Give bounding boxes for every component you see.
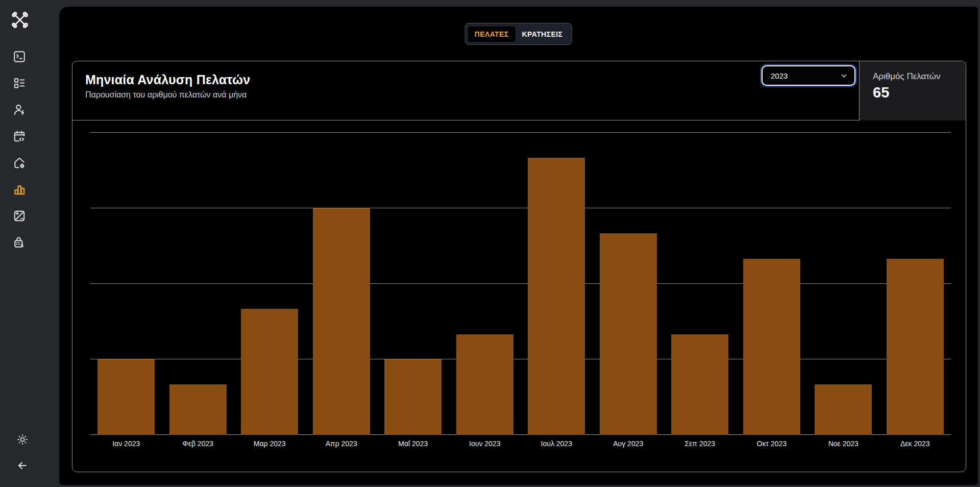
bar-slot: [879, 133, 951, 435]
terminal-icon: [13, 50, 26, 63]
bar-Μαρ 2023[interactable]: [241, 309, 298, 435]
stat-label: Αριθμός Πελατών: [873, 71, 961, 82]
tab-pelates[interactable]: ΠΕΛΑΤΕΣ: [468, 27, 516, 42]
x-tick-label: Ιαν 2023: [90, 440, 162, 448]
x-axis-labels: Ιαν 2023Φεβ 2023Μαρ 2023Απρ 2023Μαΐ 2023…: [90, 440, 951, 448]
bar-slot: [306, 133, 378, 435]
tab-kratiseis[interactable]: ΚΡΑΤΗΣΕΙΣ: [516, 27, 570, 42]
bar-Φεβ 2023[interactable]: [169, 384, 227, 435]
bar-Ιουλ 2023[interactable]: [528, 158, 585, 435]
bar-slot: [736, 133, 808, 435]
sidebar-item-calendar-code[interactable]: [8, 130, 31, 143]
sidebar-item-plus-minus-square[interactable]: [8, 209, 31, 223]
app-root: $ ΠΕΛΑΤΕΣ ΚΡΑΤΗΣΕΙΣ Μηνιαία Ανάλυση Πε: [0, 0, 980, 487]
sidebar-item-house-cog[interactable]: [8, 156, 31, 169]
x-tick-label: Μαΐ 2023: [377, 440, 449, 448]
sidebar-item-billing[interactable]: $: [8, 236, 31, 249]
bar-slot: [807, 133, 879, 435]
sidebar-item-user-zap[interactable]: [8, 103, 31, 116]
user-zap-icon: [13, 103, 26, 116]
bar-slot: [90, 133, 162, 435]
bar-Οκτ 2023[interactable]: [743, 259, 800, 435]
bar-Μαΐ 2023[interactable]: [384, 359, 442, 435]
bar-chart-plot: [90, 133, 951, 435]
x-tick-label: Σεπ 2023: [664, 440, 736, 448]
sun-icon: [16, 433, 29, 446]
x-tick-label: Μαρ 2023: [234, 440, 306, 448]
bar-Σεπ 2023[interactable]: [671, 334, 728, 435]
monthly-analysis-card: Μηνιαία Ανάλυση Πελατών Παρουσίαση του α…: [72, 61, 966, 472]
bar-slot: [593, 133, 665, 435]
svg-text:$: $: [21, 243, 23, 248]
card-subtitle: Παρουσίαση του αριθμού πελατών ανά μήνα: [85, 90, 250, 100]
x-tick-label: Απρ 2023: [306, 440, 378, 448]
sidebar-item-layout-list[interactable]: [8, 77, 31, 90]
x-tick-label: Ιουλ 2023: [521, 440, 593, 448]
chart-column-icon: [13, 183, 26, 196]
arrow-left-icon: [16, 459, 29, 472]
year-select-value: 2023: [771, 71, 788, 80]
bar-Νοε 2023[interactable]: [815, 384, 872, 435]
sidebar: $: [0, 0, 59, 487]
bar-slot: [377, 133, 449, 435]
bar-slot: [664, 133, 736, 435]
plus-minus-square-icon: [13, 209, 26, 223]
bar-slot: [521, 133, 593, 435]
card-title: Μηνιαία Ανάλυση Πελατών: [85, 72, 250, 87]
house-cog-icon: [13, 156, 26, 169]
sidebar-item-terminal[interactable]: [8, 50, 31, 63]
x-tick-label: Οκτ 2023: [736, 440, 808, 448]
x-tick-label: Δεκ 2023: [879, 440, 951, 448]
view-tabs: ΠΕΛΑΤΕΣ ΚΡΑΤΗΣΕΙΣ: [465, 23, 572, 45]
bar-slot: [234, 133, 306, 435]
layout-list-icon: [13, 77, 26, 90]
bar-Απρ 2023[interactable]: [313, 208, 370, 435]
bar-slot: [449, 133, 521, 435]
year-select[interactable]: 2023: [762, 65, 855, 86]
bar-slot: [162, 133, 234, 435]
chevron-down-icon: [840, 71, 848, 80]
bars-layer: [90, 133, 951, 435]
bar-Ιαν 2023[interactable]: [97, 359, 155, 435]
x-tick-label: Αυγ 2023: [593, 440, 665, 448]
theme-toggle-button[interactable]: [9, 432, 36, 447]
collapse-sidebar-button[interactable]: [9, 458, 36, 473]
bar-Αυγ 2023[interactable]: [600, 233, 657, 435]
card-titles: Μηνιαία Ανάλυση Πελατών Παρουσίαση του α…: [85, 72, 250, 100]
card-header: Μηνιαία Ανάλυση Πελατών Παρουσίαση του α…: [72, 61, 966, 120]
x-tick-label: Φεβ 2023: [162, 440, 234, 448]
stat-value: 65: [873, 84, 961, 101]
x-tick-label: Ιουν 2023: [449, 440, 521, 448]
calendar-code-icon: [13, 130, 26, 143]
customers-stat: Αριθμός Πελατών 65: [859, 61, 966, 120]
billing-dollar-icon: $: [13, 236, 26, 249]
bar-Ιουν 2023[interactable]: [456, 334, 513, 435]
main-panel: ΠΕΛΑΤΕΣ ΚΡΑΤΗΣΕΙΣ Μηνιαία Ανάλυση Πελατώ…: [59, 7, 978, 485]
bar-Δεκ 2023[interactable]: [887, 259, 944, 435]
crossed-bones-icon: [10, 10, 30, 30]
sidebar-nav: $: [0, 50, 39, 262]
x-tick-label: Νοε 2023: [807, 440, 879, 448]
sidebar-item-chart-column[interactable]: [8, 183, 31, 196]
